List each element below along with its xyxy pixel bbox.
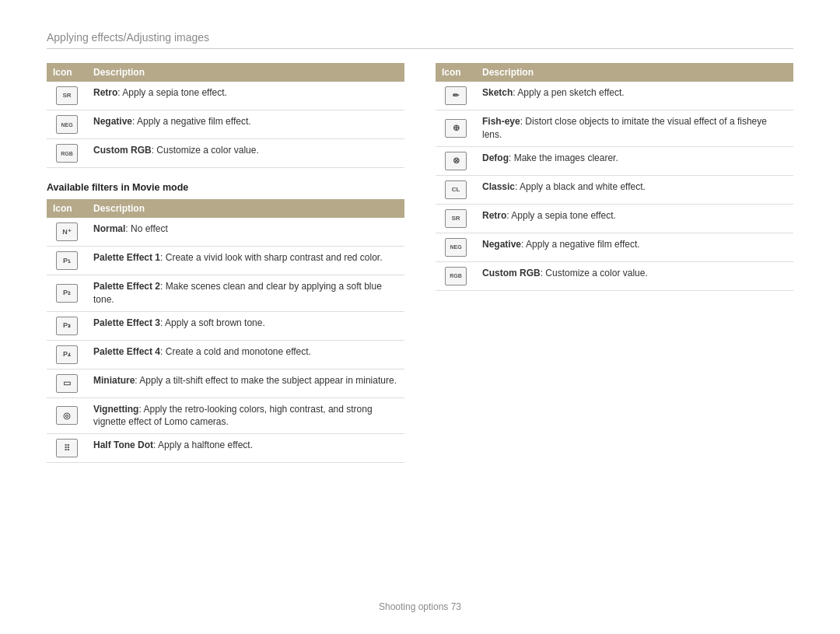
table-row: ◎ Vignetting: Apply the retro-looking co… [47, 398, 404, 434]
desc-cell: Normal: No effect [87, 218, 404, 247]
desc-text: : Apply a halftone effect. [153, 440, 253, 450]
desc-bold: Fish-eye [482, 116, 520, 127]
page-footer: Shooting options 73 [0, 601, 840, 612]
desc-cell: Palette Effect 4: Create a cold and mono… [87, 340, 404, 369]
desc-text: : Apply a soft brown tone. [160, 317, 265, 328]
right-table-wrap: Icon Description ✏ Sketch: Apply a pen s… [436, 63, 793, 291]
desc-text: : No effect [125, 223, 167, 234]
desc-cell: Palette Effect 3: Apply a soft brown ton… [87, 311, 404, 340]
desc-text: : Apply a sepia tone effect. [506, 210, 616, 221]
desc-bold: Retro [93, 87, 117, 98]
desc-text: : Distort close objects to imitate the v… [482, 116, 767, 140]
icon-cell: ✏ [436, 82, 476, 110]
desc-text: : Create a vivid look with sharp contras… [160, 252, 382, 263]
desc-text: : Customize a color value. [541, 268, 648, 278]
desc-bold: Palette Effect 1 [93, 252, 160, 263]
table-icon: RGB [445, 267, 467, 285]
table-icon: ✏ [445, 86, 467, 105]
desc-cell: Retro: Apply a sepia tone effect. [476, 204, 793, 233]
right-table: Icon Description ✏ Sketch: Apply a pen s… [436, 63, 793, 291]
table-row: CL Classic: Apply a black and white effe… [436, 175, 793, 204]
table-row: P₃ Palette Effect 3: Apply a soft brown … [47, 311, 404, 340]
icon-cell: NEG [47, 110, 87, 139]
desc-cell: Miniature: Apply a tilt-shift effect to … [87, 369, 404, 398]
desc-text: : Apply a negative film effect. [132, 116, 251, 127]
desc-cell: Classic: Apply a black and white effect. [476, 175, 793, 204]
table-row: ⊗ Defog: Make the images clearer. [436, 146, 793, 175]
desc-bold: Normal [93, 223, 125, 234]
table-row: P₁ Palette Effect 1: Create a vivid look… [47, 247, 404, 275]
desc-cell: Half Tone Dot: Apply a halftone effect. [87, 434, 404, 463]
desc-cell: Fish-eye: Distort close objects to imita… [476, 110, 793, 147]
desc-bold: Vignetting [93, 404, 138, 415]
icon-cell: SR [47, 82, 87, 110]
left-top-header-icon: Icon [47, 63, 87, 82]
desc-bold: Negative [93, 116, 132, 127]
table-row: ▭ Miniature: Apply a tilt-shift effect t… [47, 369, 404, 398]
desc-cell: Palette Effect 1: Create a vivid look wi… [87, 247, 404, 275]
desc-cell: Retro: Apply a sepia tone effect. [87, 82, 404, 110]
desc-text: : Make the images clearer. [509, 152, 618, 163]
left-column: Icon Description SR Retro: Apply a sepia… [47, 63, 404, 477]
table-row: N⁺ Normal: No effect [47, 218, 404, 247]
desc-cell: Negative: Apply a negative film effect. [476, 233, 793, 261]
table-icon: NEG [445, 238, 467, 257]
table-row: SR Retro: Apply a sepia tone effect. [436, 204, 793, 233]
desc-bold: Defog [482, 152, 509, 163]
right-header-icon: Icon [436, 63, 476, 82]
icon-cell: P₂ [47, 275, 87, 312]
icon-cell: N⁺ [47, 218, 87, 247]
page-title: Applying effects/Adjusting images [47, 31, 793, 49]
table-icon: P₂ [56, 284, 78, 303]
desc-bold: Half Tone Dot [93, 440, 153, 450]
icon-cell: ▭ [47, 369, 87, 398]
icon-cell: ⠿ [47, 434, 87, 463]
icon-cell: SR [436, 204, 476, 233]
icon-cell: ◎ [47, 398, 87, 434]
table-row: ✏ Sketch: Apply a pen sketch effect. [436, 82, 793, 110]
table-icon: ◎ [56, 406, 78, 425]
table-row: P₂ Palette Effect 2: Make scenes clean a… [47, 275, 404, 312]
table-row: ⊕ Fish-eye: Distort close objects to imi… [436, 110, 793, 147]
desc-cell: Vignetting: Apply the retro-looking colo… [87, 398, 404, 434]
desc-cell: Defog: Make the images clearer. [476, 146, 793, 175]
left-top-header-desc: Description [87, 63, 404, 82]
desc-bold: Custom RGB [482, 268, 541, 278]
table-row: P₄ Palette Effect 4: Create a cold and m… [47, 340, 404, 369]
desc-text: : Apply a black and white effect. [515, 181, 646, 192]
desc-text: : Apply a sepia tone effect. [117, 87, 227, 98]
table-icon: ⠿ [56, 439, 78, 457]
table-icon: P₃ [56, 317, 78, 335]
content-area: Icon Description SR Retro: Apply a sepia… [47, 63, 793, 477]
table-icon: NEG [56, 115, 78, 134]
left-bottom-table-wrap: Icon Description N⁺ Normal: No effect P₁… [47, 199, 404, 463]
table-icon: P₄ [56, 345, 78, 364]
table-icon: N⁺ [56, 222, 78, 241]
icon-cell: RGB [47, 139, 87, 168]
desc-cell: Custom RGB: Customize a color value. [476, 261, 793, 290]
desc-text: : Apply a tilt-shift effect to make the … [135, 375, 397, 386]
table-icon: CL [445, 180, 467, 199]
desc-bold: Palette Effect 4 [93, 346, 160, 357]
table-icon: ▭ [56, 374, 78, 393]
desc-cell: Custom RGB: Customize a color value. [87, 139, 404, 168]
right-header-desc: Description [476, 63, 793, 82]
desc-bold: Retro [482, 210, 506, 221]
table-row: ⠿ Half Tone Dot: Apply a halftone effect… [47, 434, 404, 463]
icon-cell: ⊕ [436, 110, 476, 147]
table-icon: SR [445, 209, 467, 228]
table-row: RGB Custom RGB: Customize a color value. [47, 139, 404, 168]
icon-cell: P₁ [47, 247, 87, 275]
desc-bold: Miniature [93, 375, 135, 386]
icon-cell: RGB [436, 261, 476, 290]
table-icon: SR [56, 86, 78, 105]
left-top-table: Icon Description SR Retro: Apply a sepia… [47, 63, 404, 168]
table-icon: ⊗ [445, 152, 467, 170]
desc-bold: Custom RGB [93, 145, 152, 156]
desc-text: : Customize a color value. [152, 145, 259, 156]
desc-cell: Palette Effect 2: Make scenes clean and … [87, 275, 404, 312]
desc-bold: Classic [482, 181, 515, 192]
left-bottom-table: Icon Description N⁺ Normal: No effect P₁… [47, 199, 404, 463]
desc-text: : Create a cold and monotone effect. [160, 346, 311, 357]
icon-cell: P₃ [47, 311, 87, 340]
